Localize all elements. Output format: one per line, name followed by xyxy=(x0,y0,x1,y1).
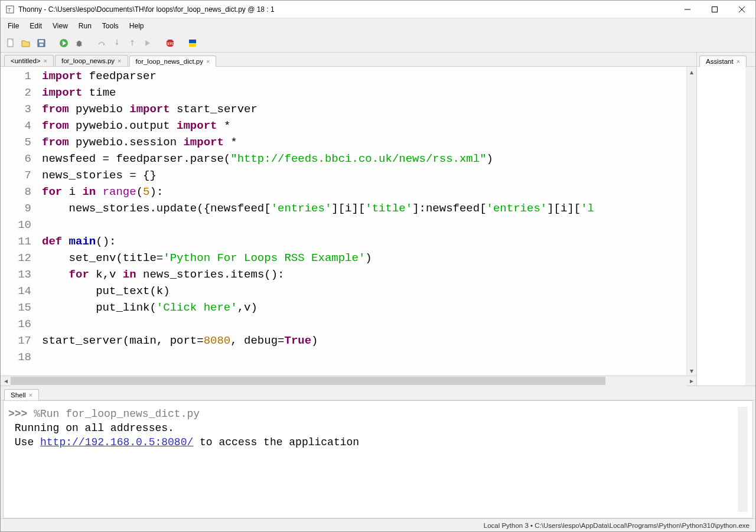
tab-for-loop-news[interactable]: for_loop_news.py× xyxy=(55,55,128,66)
svg-text:T: T xyxy=(8,7,11,13)
step-into-icon[interactable] xyxy=(110,37,123,50)
svg-point-11 xyxy=(77,41,82,47)
scroll-down-icon[interactable]: ▾ xyxy=(687,365,697,376)
line-gutter: 123456789101112131415161718 xyxy=(1,67,40,376)
stop-icon[interactable]: STOP xyxy=(164,37,177,50)
tab-label: for_loop_news.py xyxy=(61,57,115,64)
main-area: <untitled>× for_loop_news.py× for_loop_n… xyxy=(1,53,755,386)
run-icon[interactable] xyxy=(57,37,70,50)
flag-icon[interactable] xyxy=(186,37,199,50)
editor-vertical-scrollbar[interactable]: ▴ ▾ xyxy=(686,67,696,376)
menu-help[interactable]: Help xyxy=(125,19,149,32)
menu-tools[interactable]: Tools xyxy=(97,19,123,32)
statusbar: Local Python 3 • C:\Users\lespo\AppData\… xyxy=(1,518,755,531)
menu-file[interactable]: File xyxy=(3,19,24,32)
save-file-icon[interactable] xyxy=(35,37,48,50)
minimize-button[interactable] xyxy=(674,1,701,18)
close-icon[interactable]: × xyxy=(737,58,740,65)
editor-tabs: <untitled>× for_loop_news.py× for_loop_n… xyxy=(1,53,696,67)
shell-panel: Shell× >>> %Run for_loop_news_dict.py Ru… xyxy=(1,386,755,518)
tab-label: Assistant xyxy=(706,58,734,65)
tab-untitled[interactable]: <untitled>× xyxy=(4,55,54,66)
tab-label: <untitled> xyxy=(11,57,41,64)
svg-text:STOP: STOP xyxy=(167,42,175,45)
close-icon[interactable]: × xyxy=(206,58,210,65)
code-editor[interactable]: import feedparserimport timefrom pywebio… xyxy=(40,67,686,376)
svg-rect-3 xyxy=(712,6,718,12)
status-interpreter[interactable]: Local Python 3 • C:\Users\lespo\AppData\… xyxy=(484,522,750,529)
maximize-button[interactable] xyxy=(701,1,728,18)
assistant-panel: Assistant× xyxy=(696,53,755,386)
editor-body: 123456789101112131415161718 import feedp… xyxy=(1,67,696,376)
svg-rect-21 xyxy=(189,43,196,47)
menu-edit[interactable]: Edit xyxy=(25,19,47,32)
close-button[interactable] xyxy=(728,1,755,18)
resume-icon[interactable] xyxy=(141,37,154,50)
tab-shell[interactable]: Shell× xyxy=(4,389,39,400)
tab-for-loop-news-dict[interactable]: for_loop_news_dict.py× xyxy=(129,56,217,67)
shell-link[interactable]: http://192.168.0.5:8080/ xyxy=(40,436,193,448)
tab-label: Shell xyxy=(11,391,26,399)
svg-line-14 xyxy=(76,45,77,45)
editor-panel: <untitled>× for_loop_news.py× for_loop_n… xyxy=(1,53,696,386)
tab-assistant[interactable]: Assistant× xyxy=(699,56,747,67)
scroll-left-icon[interactable]: ◂ xyxy=(1,376,11,386)
assistant-scrollbar[interactable] xyxy=(745,67,755,386)
svg-rect-9 xyxy=(40,44,43,46)
titlebar: T Thonny - C:\Users\lespo\Documents\TH\f… xyxy=(1,1,755,18)
shell-body[interactable]: >>> %Run for_loop_news_dict.py Running o… xyxy=(3,400,753,518)
menu-run[interactable]: Run xyxy=(74,19,96,32)
scroll-up-icon[interactable]: ▴ xyxy=(687,67,697,77)
menubar: File Edit View Run Tools Help xyxy=(1,18,755,34)
shell-prompt: >>> xyxy=(8,408,34,420)
assistant-body xyxy=(697,67,745,386)
svg-line-15 xyxy=(81,45,82,45)
app-icon: T xyxy=(5,5,15,14)
close-icon[interactable]: × xyxy=(29,391,32,399)
svg-rect-20 xyxy=(189,40,196,43)
scrollbar-thumb[interactable] xyxy=(11,377,605,385)
editor-horizontal-scrollbar[interactable]: ◂ ▸ xyxy=(1,376,696,386)
shell-line: to access the application xyxy=(193,436,359,448)
step-out-icon[interactable] xyxy=(126,37,139,50)
shell-line: Running on all addresses. xyxy=(8,422,174,434)
close-icon[interactable]: × xyxy=(118,57,121,64)
shell-scrollbar[interactable] xyxy=(738,407,748,512)
shell-output[interactable]: >>> %Run for_loop_news_dict.py Running o… xyxy=(8,407,738,512)
menu-view[interactable]: View xyxy=(48,19,73,32)
new-file-icon[interactable] xyxy=(4,37,17,50)
window-title: Thonny - C:\Users\lespo\Documents\TH\for… xyxy=(18,5,674,14)
shell-command: %Run for_loop_news_dict.py xyxy=(34,408,200,420)
open-file-icon[interactable] xyxy=(19,37,32,50)
svg-rect-8 xyxy=(39,40,44,43)
step-over-icon[interactable] xyxy=(95,37,108,50)
toolbar: STOP xyxy=(1,34,755,53)
scroll-right-icon[interactable]: ▸ xyxy=(686,376,696,386)
close-icon[interactable]: × xyxy=(44,57,47,64)
tab-label: for_loop_news_dict.py xyxy=(136,58,203,65)
shell-line: Use xyxy=(8,436,40,448)
debug-icon[interactable] xyxy=(73,37,86,50)
